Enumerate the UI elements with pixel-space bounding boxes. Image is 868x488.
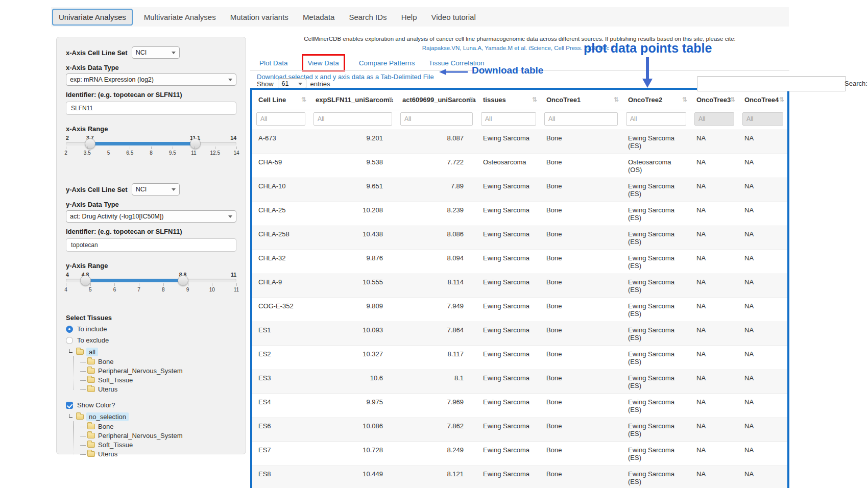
- y-axis-cell-line-set-select[interactable]: NCI: [132, 183, 180, 196]
- filter-input-oncotree1[interactable]: [544, 112, 618, 126]
- folder-icon: [87, 377, 95, 383]
- show-color-checkbox[interactable]: Show Color?: [66, 401, 236, 409]
- cell-oncotree1: Bone: [540, 202, 622, 226]
- tick-mark: [87, 147, 88, 149]
- tree-toggle-icon[interactable]: [69, 349, 73, 353]
- filter-cell-tissues: [477, 110, 540, 130]
- column-header-oncotree4[interactable]: OncoTree4⇅: [738, 90, 787, 110]
- filter-input-expslfn11-unisarcoma[interactable]: [314, 112, 392, 126]
- cell-oncotree4: NA: [738, 178, 787, 202]
- tick-label: 14: [233, 150, 239, 156]
- sort-icon[interactable]: ⇅: [730, 96, 735, 103]
- table-row[interactable]: CHLA-910.5558.114Ewing SarcomaBoneEwing …: [252, 274, 787, 298]
- cell-oncotree4: NA: [738, 154, 787, 178]
- nav-tab-mutation-variants[interactable]: Mutation variants: [230, 13, 288, 21]
- sort-icon[interactable]: ⇅: [779, 96, 784, 103]
- table-row[interactable]: ES310.68.1Ewing SarcomaBoneEwing Sarcoma…: [252, 370, 787, 394]
- tree-item-soft-tissue[interactable]: Soft_Tissue: [76, 441, 236, 450]
- sort-icon[interactable]: ⇅: [682, 96, 687, 103]
- table-row[interactable]: CHLA-25810.4388.086Ewing SarcomaBoneEwin…: [252, 226, 787, 250]
- column-header-label: tissues: [483, 96, 506, 104]
- table-row[interactable]: CHLA-2510.2088.239Ewing SarcomaBoneEwing…: [252, 202, 787, 226]
- table-row[interactable]: CHLA-109.6517.89Ewing SarcomaBoneEwing S…: [252, 178, 787, 202]
- table-row[interactable]: ES49.9757.969Ewing SarcomaBoneEwing Sarc…: [252, 394, 787, 418]
- y-axis-identifier-input[interactable]: [66, 238, 236, 252]
- cell-oncotree1: Bone: [540, 154, 622, 178]
- cell-oncotree1: Bone: [540, 298, 622, 322]
- y-axis-slider-track[interactable]: [66, 279, 236, 282]
- table-row[interactable]: CHLA-329.8768.094Ewing SarcomaBoneEwing …: [252, 250, 787, 274]
- tab-view-data[interactable]: View Data: [308, 59, 339, 67]
- sort-icon[interactable]: ⇅: [301, 96, 306, 103]
- table-row[interactable]: ES210.3278.117Ewing SarcomaBoneEwing Sar…: [252, 346, 787, 370]
- search-input[interactable]: [697, 76, 846, 91]
- nav-tab-video-tutorial[interactable]: Video tutorial: [431, 13, 475, 21]
- tissues-exclude-radio[interactable]: To exclude: [66, 336, 236, 344]
- table-row[interactable]: ES610.0867.862Ewing SarcomaBoneEwing Sar…: [252, 418, 787, 442]
- sort-icon[interactable]: ⇅: [532, 96, 537, 103]
- nav-tab-univariate-analyses[interactable]: Univariate Analyses: [52, 9, 133, 26]
- cell-act609699-unisarcoma: 7.949: [396, 298, 477, 322]
- nav-tab-metadata[interactable]: Metadata: [303, 13, 335, 21]
- tree-item-bone[interactable]: Bone: [76, 422, 236, 431]
- sort-icon[interactable]: ⇅: [388, 96, 393, 103]
- table-row[interactable]: ES110.0937.864Ewing SarcomaBoneEwing Sar…: [252, 322, 787, 346]
- y-axis-range-slider[interactable]: 44.88.8114567891011: [66, 272, 236, 295]
- sort-icon[interactable]: ⇅: [469, 96, 474, 103]
- plot-data-points-table: Cell Line⇅expSLFN11_uniSarcoma⇅act609699…: [250, 88, 789, 488]
- cell-oncotree2: Ewing Sarcoma (ES): [622, 274, 690, 298]
- tree-item-bone[interactable]: Bone: [76, 357, 236, 367]
- tab-compare-patterns[interactable]: Compare Patterns: [359, 59, 415, 67]
- tick-label: 5: [107, 150, 110, 156]
- column-header-oncotree2[interactable]: OncoTree2⇅: [622, 90, 690, 110]
- filter-input-oncotree2[interactable]: [626, 112, 686, 126]
- column-header-oncotree1[interactable]: OncoTree1⇅: [540, 90, 622, 110]
- tree-item-soft-tissue[interactable]: Soft_Tissue: [76, 376, 236, 385]
- tree-item-peripheral-nervous-system[interactable]: Peripheral_Nervous_System: [76, 431, 236, 441]
- annotation-download-table: Download table: [472, 65, 543, 76]
- filter-input-cell-line[interactable]: [256, 112, 305, 126]
- tree-item-uterus[interactable]: Uterus: [76, 450, 236, 459]
- table-row[interactable]: CHA-599.5387.722OsteosarcomaBoneOsteosar…: [252, 154, 787, 178]
- column-header-cell-line[interactable]: Cell Line⇅: [252, 90, 309, 110]
- tab-plot-data[interactable]: Plot Data: [259, 59, 288, 67]
- cell-oncotree1: Bone: [540, 370, 622, 394]
- column-header-oncotree3[interactable]: OncoTree3⇅: [690, 90, 738, 110]
- tree-item-label: Bone: [98, 358, 113, 365]
- column-header-expslfn11-unisarcoma[interactable]: expSLFN11_uniSarcoma⇅: [309, 90, 396, 110]
- table-header-row: Cell Line⇅expSLFN11_uniSarcoma⇅act609699…: [252, 90, 787, 110]
- nav-tab-search-ids[interactable]: Search IDs: [349, 13, 387, 21]
- tissues-include-radio[interactable]: To include: [66, 325, 236, 333]
- column-header-tissues[interactable]: tissues⇅: [477, 90, 540, 110]
- filter-cell-cell-line: [252, 110, 309, 130]
- tick-mark: [66, 147, 66, 149]
- tree-toggle-icon[interactable]: [69, 414, 73, 418]
- tree-item-peripheral-nervous-system[interactable]: Peripheral_Nervous_System: [76, 367, 236, 376]
- filter-input-act609699-unisarcoma[interactable]: [400, 112, 473, 126]
- table-row[interactable]: ES810.4498.121Ewing SarcomaBoneEwing Sar…: [252, 466, 787, 488]
- x-axis-data-type-select[interactable]: exp: mRNA Expression (log2): [66, 74, 236, 86]
- cell-expslfn11-unisarcoma: 10.6: [309, 370, 396, 394]
- x-axis-identifier-input[interactable]: [66, 102, 236, 115]
- column-header-act609699-unisarcoma[interactable]: act609699_uniSarcoma⇅: [396, 90, 477, 110]
- filter-input-tissues[interactable]: [481, 112, 536, 126]
- x-axis-cell-line-set-select[interactable]: NCI: [132, 46, 180, 59]
- table-row[interactable]: COG-E-3529.8097.949Ewing SarcomaBoneEwin…: [252, 298, 787, 322]
- chevron-down-icon: [298, 83, 302, 85]
- x-axis-range-slider[interactable]: 23.711.11423.556.589.51112.514: [66, 135, 236, 158]
- cell-expslfn11-unisarcoma: 10.208: [309, 202, 396, 226]
- tree-root-no-selection[interactable]: no_selection: [69, 412, 236, 421]
- tree-root-all[interactable]: all: [69, 348, 236, 356]
- table-row[interactable]: A-6739.2018.087Ewing SarcomaBoneEwing Sa…: [252, 130, 787, 154]
- nav-tab-multivariate-analyses[interactable]: Multivariate Analyses: [144, 13, 216, 21]
- sort-icon[interactable]: ⇅: [614, 96, 619, 103]
- cell-oncotree3: NA: [690, 202, 738, 226]
- cell-oncotree4: NA: [738, 250, 787, 274]
- y-axis-data-type-select[interactable]: act: Drug Activity (-log10[IC50M]): [66, 210, 236, 223]
- cell-cell-line: ES4: [252, 394, 309, 418]
- nav-tab-help[interactable]: Help: [401, 13, 417, 21]
- tree-color-children: BonePeripheral_Nervous_SystemSoft_Tissue…: [69, 422, 236, 459]
- table-row[interactable]: ES710.7288.249Ewing SarcomaBoneEwing Sar…: [252, 442, 787, 466]
- tree-item-uterus[interactable]: Uterus: [76, 385, 236, 394]
- x-axis-slider-track[interactable]: [66, 142, 236, 145]
